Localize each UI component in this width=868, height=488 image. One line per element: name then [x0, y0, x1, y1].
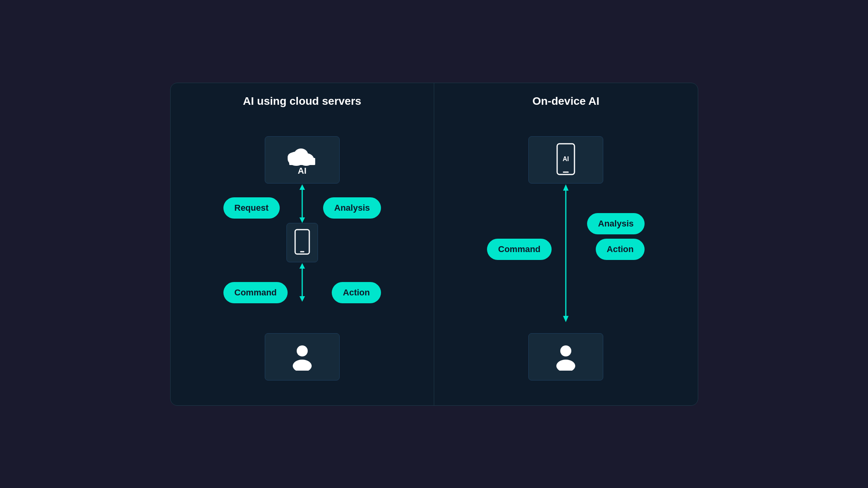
left-action-pill: Action	[332, 282, 381, 303]
left-bottom-arrow-svg	[296, 263, 308, 302]
left-cloud-box: AI	[265, 136, 340, 184]
right-command-pill: Command	[487, 239, 552, 260]
left-ai-cloud-label: AI	[298, 166, 307, 176]
right-diagram: AI Command	[483, 136, 649, 380]
svg-point-21	[560, 345, 571, 356]
left-bottom-arrow	[296, 263, 308, 302]
svg-point-13	[297, 345, 308, 356]
left-analysis-pill: Analysis	[323, 197, 381, 219]
right-main-arrow-svg	[560, 184, 572, 322]
left-request-pill: Request	[223, 197, 280, 219]
svg-text:AI: AI	[563, 156, 569, 162]
svg-marker-10	[299, 263, 305, 269]
svg-marker-12	[299, 296, 305, 302]
left-panel-title: AI using cloud servers	[243, 95, 361, 108]
cloud-icon	[284, 144, 320, 167]
left-phone-icon	[294, 229, 311, 256]
left-user-icon	[290, 343, 314, 371]
right-analysis-pill: Analysis	[587, 213, 645, 234]
svg-rect-4	[289, 158, 315, 165]
right-phone-box: AI	[528, 136, 603, 184]
right-user-icon	[554, 343, 578, 371]
left-phone-box	[286, 223, 318, 262]
svg-point-22	[556, 360, 575, 371]
left-command-pill: Command	[223, 282, 288, 303]
left-diagram-area: AI Request	[178, 123, 426, 393]
right-panel: On-device AI AI	[434, 83, 698, 405]
svg-point-14	[293, 360, 312, 371]
right-diagram-area: AI Command	[442, 123, 690, 393]
right-phone-icon: AI	[554, 142, 578, 178]
svg-rect-8	[295, 230, 309, 254]
right-panel-title: On-device AI	[532, 95, 599, 108]
svg-marker-20	[563, 316, 569, 322]
left-diagram: AI Request	[219, 136, 385, 380]
svg-marker-5	[299, 184, 305, 190]
left-top-arrow-svg	[296, 184, 308, 223]
svg-marker-7	[299, 217, 305, 223]
svg-marker-18	[563, 184, 569, 191]
right-main-arrow	[560, 184, 572, 322]
left-user-box	[265, 333, 340, 380]
left-panel: AI using cloud servers AI	[171, 83, 435, 405]
right-action-pill: Action	[596, 239, 645, 260]
right-user-box	[528, 333, 603, 380]
main-container: AI using cloud servers AI	[170, 83, 698, 406]
left-top-arrow	[296, 184, 308, 223]
